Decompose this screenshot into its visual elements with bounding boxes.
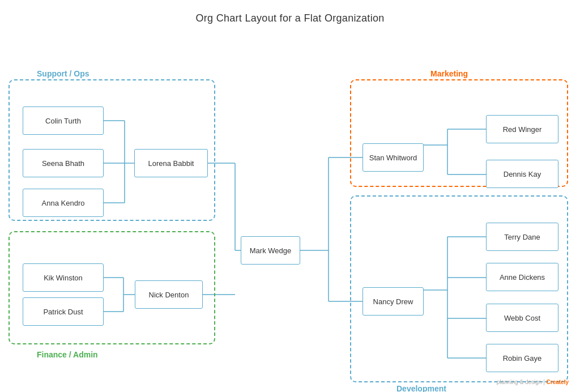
group-label-support: Support / Ops xyxy=(37,69,89,78)
node-stan-whitword: Stan Whitword xyxy=(362,143,424,172)
node-webb-cost: Webb Cost xyxy=(486,304,558,332)
watermark: planning & design | Creately xyxy=(497,379,569,385)
node-dennis-kay: Dennis Kay xyxy=(486,160,558,188)
node-nancy-drew: Nancy Drew xyxy=(362,287,424,316)
group-label-finance: Finance / Admin xyxy=(37,350,98,359)
chart-area: Support / Ops Finance / Admin Marketing … xyxy=(0,34,580,392)
node-nick-denton: Nick Denton xyxy=(135,280,203,309)
watermark-brand: Creately xyxy=(547,379,569,385)
node-anne-dickens: Anne Dickens xyxy=(486,263,558,291)
page-title: Org Chart Layout for a Flat Organization xyxy=(0,0,580,24)
node-lorena-babbit: Lorena Babbit xyxy=(134,149,208,177)
node-colin-turth: Colin Turth xyxy=(23,106,104,135)
group-label-development: Development xyxy=(396,384,446,392)
node-red-winger: Red Winger xyxy=(486,115,558,143)
node-terry-dane: Terry Dane xyxy=(486,223,558,251)
watermark-text: planning & design | xyxy=(497,379,547,385)
node-kik-winston: Kik Winston xyxy=(23,263,104,292)
node-robin-gaye: Robin Gaye xyxy=(486,344,558,372)
node-mark-wedge: Mark Wedge xyxy=(241,236,300,265)
node-seena-bhath: Seena Bhath xyxy=(23,149,104,177)
node-anna-kendro: Anna Kendro xyxy=(23,189,104,217)
node-patrick-dust: Patrick Dust xyxy=(23,297,104,326)
group-label-marketing: Marketing xyxy=(430,69,468,78)
